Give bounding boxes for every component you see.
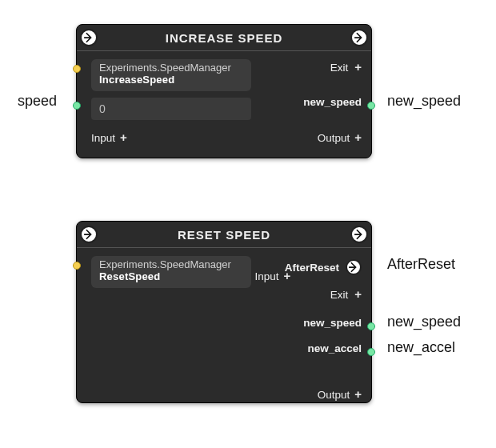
add-input-label: Input bbox=[254, 270, 278, 282]
script-reference[interactable]: Experiments.SpeedManager ResetSpeed bbox=[91, 256, 251, 288]
script-function: ResetSpeed bbox=[99, 271, 243, 283]
port-label: new_speed bbox=[303, 96, 362, 108]
add-output-button[interactable]: Output + bbox=[318, 131, 362, 145]
node-titlebar: INCREASE SPEED bbox=[77, 25, 371, 51]
port-exit[interactable]: Exit + bbox=[330, 61, 362, 74]
flow-in-icon[interactable] bbox=[80, 29, 98, 46]
external-label-new-speed: new_speed bbox=[387, 314, 461, 330]
port-pin-new-speed-out[interactable] bbox=[367, 102, 375, 110]
port-label: new_speed bbox=[303, 317, 362, 329]
port-new-speed[interactable]: new_speed bbox=[303, 317, 362, 329]
script-namespace: Experiments.SpeedManager bbox=[99, 62, 243, 74]
plus-icon: + bbox=[354, 60, 362, 74]
add-output-label: Output bbox=[318, 389, 350, 401]
node-increase-speed[interactable]: INCREASE SPEED Experiments.SpeedManager … bbox=[76, 24, 372, 158]
port-label: Exit bbox=[330, 62, 349, 74]
add-output-button[interactable]: Output + bbox=[318, 388, 362, 402]
plus-icon: + bbox=[354, 130, 362, 144]
flow-out-icon[interactable] bbox=[350, 29, 368, 46]
script-function: IncreaseSpeed bbox=[99, 74, 243, 86]
port-pin-new-accel-out[interactable] bbox=[367, 348, 375, 356]
port-label: AfterReset bbox=[285, 262, 339, 274]
plus-icon: + bbox=[120, 130, 127, 144]
flow-out-icon[interactable] bbox=[346, 259, 362, 275]
script-namespace: Experiments.SpeedManager bbox=[99, 259, 243, 271]
script-reference[interactable]: Experiments.SpeedManager IncreaseSpeed bbox=[91, 59, 251, 91]
port-afterreset[interactable]: AfterReset bbox=[285, 259, 362, 275]
external-label-new-accel: new_accel bbox=[387, 339, 455, 356]
add-output-label: Output bbox=[318, 132, 350, 144]
port-pin-target[interactable] bbox=[73, 65, 81, 73]
node-graph-canvas: INCREASE SPEED Experiments.SpeedManager … bbox=[0, 0, 496, 448]
external-label-speed: speed bbox=[18, 93, 57, 110]
port-label: Exit bbox=[330, 289, 349, 301]
port-pin-new-speed-out[interactable] bbox=[367, 322, 375, 330]
node-title: INCREASE SPEED bbox=[98, 31, 350, 45]
port-exit[interactable]: Exit + bbox=[330, 288, 362, 302]
port-pin-target[interactable] bbox=[73, 262, 81, 270]
flow-in-icon[interactable] bbox=[80, 226, 98, 243]
port-new-accel[interactable]: new_accel bbox=[307, 342, 362, 354]
port-pin-speed-in[interactable] bbox=[73, 102, 81, 110]
port-new-speed[interactable]: new_speed bbox=[303, 96, 362, 108]
plus-icon: + bbox=[354, 387, 362, 401]
port-label: new_accel bbox=[307, 342, 362, 354]
add-input-label: Input bbox=[91, 132, 115, 144]
add-input-button[interactable]: Input + bbox=[91, 131, 127, 145]
node-title: RESET SPEED bbox=[98, 228, 350, 242]
node-reset-speed[interactable]: RESET SPEED Experiments.SpeedManager Res… bbox=[76, 221, 372, 403]
node-titlebar: RESET SPEED bbox=[77, 222, 371, 248]
plus-icon: + bbox=[354, 287, 362, 301]
flow-out-icon[interactable] bbox=[350, 226, 368, 243]
external-label-afterreset: AfterReset bbox=[387, 256, 455, 273]
speed-value-input[interactable] bbox=[91, 98, 251, 120]
external-label-new-speed: new_speed bbox=[387, 93, 461, 110]
